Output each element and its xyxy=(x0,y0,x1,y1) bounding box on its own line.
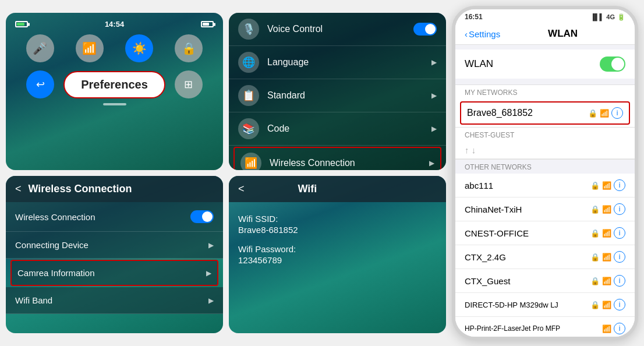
code-item[interactable]: 📚 Code ▶ xyxy=(229,112,446,146)
wireless-menu-icon: 📶 xyxy=(240,153,261,170)
password-value: 123456789 xyxy=(238,255,437,265)
network-abc111[interactable]: abc111 🔒 📶 i xyxy=(455,174,635,197)
preferences-button[interactable]: Preferences xyxy=(63,71,165,98)
wifi-icon-ctxg: 📶 xyxy=(602,277,611,285)
my-networks-section: MY NETWORKS Brave8_681852 🔒 📶 i xyxy=(455,84,635,128)
home-indicator xyxy=(103,103,126,105)
brightness-icon[interactable]: ☀️ xyxy=(125,34,153,62)
phone-nav-title: WLAN xyxy=(500,28,625,40)
voice-control-icon: 🎙️ xyxy=(238,19,259,40)
panel-wireless-settings: < Wireless Connection Wireless Connectio… xyxy=(6,176,223,333)
settings-back-label: Settings xyxy=(469,29,500,39)
wireless-connection-item[interactable]: Wireless Connection xyxy=(6,202,223,232)
wlan-label: WLAN xyxy=(465,58,600,70)
wifi-small-icon: 📶 xyxy=(600,109,609,118)
info-icon-hp[interactable]: i xyxy=(614,299,625,310)
lock-small-icon: 🔒 xyxy=(588,109,597,118)
network-cnest[interactable]: CNEST-OFFICE 🔒 📶 i xyxy=(455,221,635,245)
password-label: Wifi Password: xyxy=(238,244,437,254)
lock-icon-cnest: 🔒 xyxy=(590,229,600,238)
standard-item[interactable]: 📋 Standard ▶ xyxy=(229,79,446,112)
lock-icon-hp: 🔒 xyxy=(590,301,600,309)
battery-left-icon xyxy=(15,21,28,27)
time-display: 14:54 xyxy=(105,20,124,29)
camera-information-item[interactable]: Camrea Information ▶ xyxy=(10,260,218,286)
wlan-toggle[interactable] xyxy=(600,57,625,72)
wifi-icon-cnest: 📶 xyxy=(602,229,611,238)
code-icon: 📚 xyxy=(238,118,259,139)
lock-icon-ctxg: 🔒 xyxy=(590,277,600,285)
other-networks-section: OTHER NETWORKS abc111 🔒 📶 i ChinaNet-Txi… xyxy=(455,160,635,340)
wireless-header: < Wireless Connection xyxy=(6,176,223,202)
ssid-label: Wifi SSID: xyxy=(238,214,437,224)
microphone-icon[interactable]: 🎤 xyxy=(26,34,54,62)
connected-network-row[interactable]: Brave8_681852 🔒 📶 i xyxy=(460,101,630,125)
chest-guest-section: CHEST-GUEST ↑ ↓ xyxy=(455,128,635,160)
chest-guest-header: CHEST-GUEST xyxy=(455,128,635,142)
info-icon-ctx24[interactable]: i xyxy=(614,251,625,263)
phone-nav-bar: ‹ Settings WLAN xyxy=(455,23,635,45)
phone-status-bar: 16:51 ▐▌▌ 4G 🔋 xyxy=(455,9,635,23)
wifi-back-icon[interactable]: < xyxy=(238,183,245,195)
signal-bars-icon: ▐▌▌ xyxy=(590,13,604,20)
phone-mockup: 16:51 ▐▌▌ 4G 🔋 ‹ Settings WLAN WLAN MY N xyxy=(452,6,638,340)
phone-battery-icon: 🔋 xyxy=(617,13,625,21)
guest-row: ↑ ↓ xyxy=(455,142,635,159)
info-icon-ctxg[interactable]: i xyxy=(614,275,625,287)
settings-back-button[interactable]: ‹ Settings xyxy=(465,29,500,39)
ssid-value: Brave8-681852 xyxy=(238,225,437,235)
wlan-toggle-row: WLAN xyxy=(455,50,635,79)
wifi-title: Wifi xyxy=(298,183,317,195)
lock-icon-ctx24: 🔒 xyxy=(590,253,600,262)
network-type: 4G xyxy=(606,13,615,20)
network-direct-hp[interactable]: DIRECT-5D-HP M329dw LJ 🔒 📶 i xyxy=(455,293,635,317)
network-ctx24[interactable]: CTX_2.4G 🔒 📶 i xyxy=(455,245,635,269)
status-bar: 14:54 xyxy=(15,20,214,29)
battery-right-icon xyxy=(201,21,214,27)
connecting-device-item[interactable]: Connecting Device ▶ xyxy=(6,232,223,259)
wifi-icon-hp: 📶 xyxy=(602,301,611,309)
network-ctxguest[interactable]: CTX_Guest 🔒 📶 i xyxy=(455,269,635,293)
wifi-icon-hpprint: 📶 xyxy=(602,324,611,333)
connected-network-name: Brave8_681852 xyxy=(467,108,588,118)
grid-icon[interactable]: ⊞ xyxy=(175,70,203,98)
wifi-icon[interactable]: 📶 xyxy=(76,34,104,62)
info-icon-cnest[interactable]: i xyxy=(614,227,625,239)
wifi-icon-abc: 📶 xyxy=(602,181,611,190)
wifi-band-item[interactable]: Wifi Band ▶ xyxy=(6,287,223,314)
wifi-header: < Wifi xyxy=(229,176,446,202)
back-icon[interactable]: < xyxy=(15,183,22,195)
panel-wifi-details: < Wifi Wifi SSID: Brave8-681852 Wifi Pas… xyxy=(229,176,446,333)
language-item[interactable]: 🌐 Language ▶ xyxy=(229,46,446,79)
network-hp-print[interactable]: HP-Print-2F-LaserJet Pro MFP 📶 i xyxy=(455,317,635,340)
wifi-icon-china: 📶 xyxy=(602,205,611,214)
wireless-toggle[interactable] xyxy=(190,210,214,223)
panel-settings-menu: 🎙️ Voice Control 🌐 Language ▶ 📋 Standard… xyxy=(229,13,446,170)
wireless-title: Wireless Connection xyxy=(29,183,132,195)
voice-control-item[interactable]: 🎙️ Voice Control xyxy=(229,13,446,46)
chevron-left-icon: ‹ xyxy=(465,29,468,39)
connected-network-icons: 🔒 📶 i xyxy=(588,107,623,119)
panel-control-center: 14:54 🎤 📶 ☀️ 🔒 ↩ Preferences ⊞ xyxy=(6,13,223,170)
info-icon[interactable]: i xyxy=(611,107,623,119)
phone-time: 16:51 xyxy=(465,13,483,21)
my-networks-header: MY NETWORKS xyxy=(455,85,635,99)
language-icon: 🌐 xyxy=(238,52,259,73)
info-icon-abc[interactable]: i xyxy=(614,179,625,191)
voice-control-toggle[interactable] xyxy=(413,23,437,36)
wifi-icon-ctx24: 📶 xyxy=(602,253,611,262)
back-button[interactable]: ↩ xyxy=(26,70,54,98)
info-icon-china[interactable]: i xyxy=(614,203,625,215)
wlan-section: WLAN xyxy=(455,50,635,79)
network-chinanet[interactable]: ChinaNet-TxiH 🔒 📶 i xyxy=(455,197,635,221)
wireless-connection-menu-item[interactable]: 📶 Wireless Connection ▶ xyxy=(233,147,441,170)
lock-icon-abc: 🔒 xyxy=(590,181,600,190)
lock-icon[interactable]: 🔒 xyxy=(175,34,203,62)
other-networks-header: OTHER NETWORKS xyxy=(455,160,635,174)
standard-icon: 📋 xyxy=(238,85,259,106)
lock-icon-china: 🔒 xyxy=(590,205,600,214)
info-icon-hpprint[interactable]: i xyxy=(614,323,625,334)
